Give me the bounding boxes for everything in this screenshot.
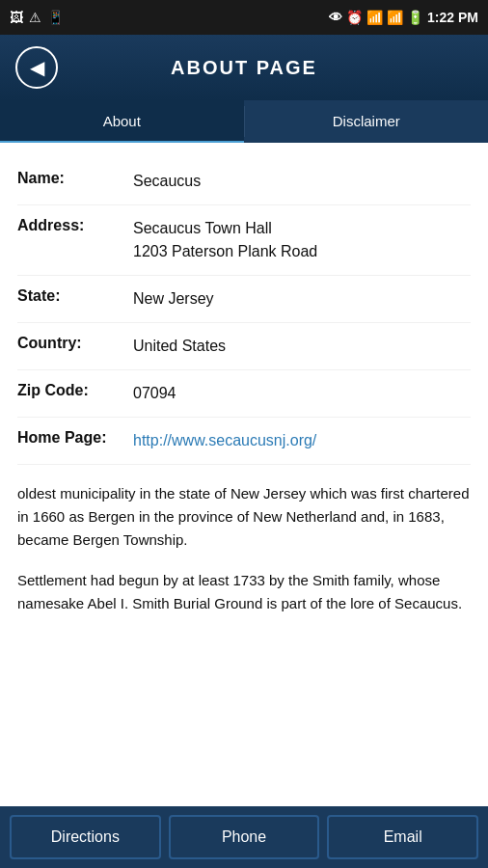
phone-icon: 📱	[47, 10, 64, 25]
alert-icon: ⚠	[29, 10, 41, 25]
state-row: State: New Jersey	[17, 276, 471, 323]
name-value: Secaucus	[133, 170, 471, 193]
eye-icon: 👁	[329, 10, 342, 25]
address-value: Secaucus Town Hall1203 Paterson Plank Ro…	[133, 217, 471, 263]
homepage-link[interactable]: http://www.secaucusnj.org/	[133, 429, 471, 452]
back-button[interactable]: ◀	[15, 46, 58, 89]
signal-icon: 📶	[387, 10, 403, 25]
tab-disclaimer[interactable]: Disclaimer	[245, 100, 489, 143]
address-row: Address: Secaucus Town Hall1203 Paterson…	[17, 205, 471, 276]
zipcode-label: Zip Code:	[17, 382, 133, 399]
battery-icon: 🔋	[407, 10, 423, 25]
image-icon: 🖼	[10, 10, 23, 25]
tab-bar: About Disclaimer	[0, 100, 488, 143]
address-label: Address:	[17, 217, 133, 234]
action-bar: Directions Phone Email	[0, 806, 488, 868]
country-row: Country: United States	[17, 323, 471, 370]
status-icons: 🖼 ⚠ 📱	[10, 10, 64, 25]
name-label: Name:	[17, 170, 133, 187]
description-paragraph-1: oldest municipality in the state of New …	[17, 482, 471, 552]
homepage-label: Home Page:	[17, 429, 133, 447]
phone-button[interactable]: Phone	[169, 815, 320, 859]
status-right-icons: 👁 ⏰ 📶 📶 🔋 1:22 PM	[329, 10, 478, 25]
alarm-icon: ⏰	[346, 10, 363, 25]
back-arrow-icon: ◀	[30, 56, 44, 79]
content-area: Name: Secaucus Address: Secaucus Town Ha…	[0, 143, 488, 806]
name-row: Name: Secaucus	[17, 158, 471, 205]
state-label: State:	[17, 287, 133, 305]
country-label: Country:	[17, 335, 133, 352]
state-value: New Jersey	[133, 287, 471, 311]
email-button[interactable]: Email	[327, 815, 478, 859]
zipcode-row: Zip Code: 07094	[17, 370, 471, 418]
tab-about[interactable]: About	[0, 100, 244, 143]
description-paragraph-2: Settlement had begun by at least 1733 by…	[17, 569, 471, 615]
directions-button[interactable]: Directions	[10, 815, 161, 859]
country-value: United States	[133, 335, 471, 358]
wifi-icon: 📶	[366, 10, 383, 25]
zipcode-value: 07094	[133, 382, 471, 405]
header: ◀ ABOUT PAGE	[0, 35, 488, 100]
status-bar: 🖼 ⚠ 📱 👁 ⏰ 📶 📶 🔋 1:22 PM	[0, 0, 488, 35]
page-title: ABOUT PAGE	[69, 57, 419, 79]
time-display: 1:22 PM	[427, 10, 478, 25]
homepage-row: Home Page: http://www.secaucusnj.org/	[17, 418, 471, 465]
